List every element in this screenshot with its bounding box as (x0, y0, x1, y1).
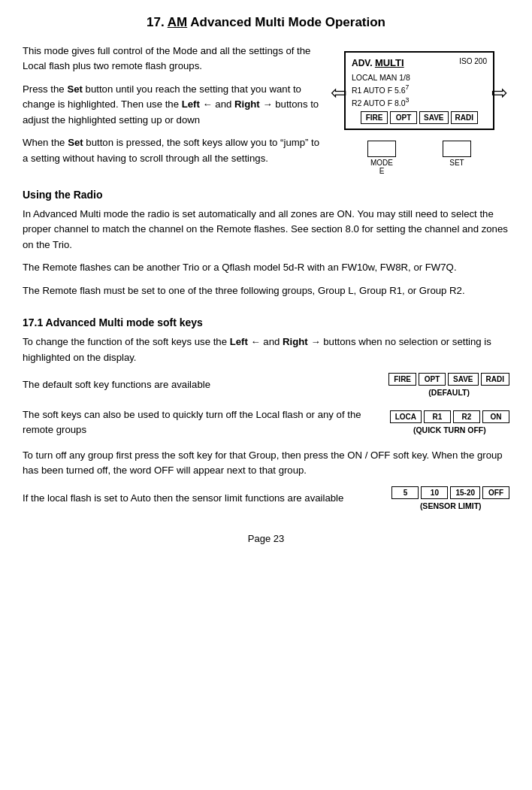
device-bottom-buttons: MODEE SET (344, 141, 494, 175)
radio-p1: In Advanced Multi mode the radio is set … (23, 207, 509, 253)
left-bold-2: Left (230, 336, 248, 347)
quickoff-label: The soft keys can also be used to quickl… (23, 407, 378, 437)
quickoff-widget: LOCA R1 R2 ON (QUICK TURN OFF) (390, 410, 509, 434)
mode-btn-label: MODEE (370, 159, 393, 175)
default-fire-btn[interactable]: FIRE (388, 373, 416, 386)
sensor-label: If the local flash is set to Auto then t… (23, 491, 379, 506)
quickoff-caption: (QUICK TURN OFF) (413, 425, 486, 434)
sensor-5-btn[interactable]: 5 (391, 486, 419, 499)
set-bold-1: Set (67, 83, 83, 95)
radio-body: In Advanced Multi mode the radio is set … (23, 207, 509, 298)
quickoff-on-btn[interactable]: ON (482, 410, 509, 423)
default-widget: FIRE OPT SAVE RADI (DEFAULT) (388, 373, 509, 397)
intro-p3: When the Set button is pressed, the soft… (23, 135, 322, 166)
device-diagram: ⇦ ADV. MULTI ISO 200 LOCAL MAN 1/8 R1 AU… (329, 51, 509, 175)
default-caption: (DEFAULT) (428, 388, 470, 397)
device-softkey-row: FIRE OPT SAVE RADI (352, 111, 487, 124)
sensor-softkey-demo: If the local flash is set to Auto then t… (23, 486, 509, 510)
quickoff-softkey-demo: The soft keys can also be used to quickl… (23, 407, 509, 437)
set-btn-label: SET (449, 159, 464, 167)
default-opt-btn[interactable]: OPT (419, 373, 446, 386)
default-softkey-demo: The default soft key functions are avail… (23, 373, 509, 397)
intro-p2: Press the Set button until you reach the… (23, 82, 322, 128)
radio-title: Using the Radio (23, 189, 509, 201)
default-radi-btn[interactable]: RADI (481, 373, 509, 386)
page-title: 17. AM Advanced Multi Mode Operation (23, 15, 509, 30)
page-footer: Page 23 (23, 533, 509, 544)
right-bold: Right (234, 98, 260, 110)
set-btn[interactable] (443, 141, 471, 157)
intro-p1: This mode gives full control of the Mode… (23, 44, 322, 74)
intro-text: This mode gives full control of the Mode… (23, 44, 322, 175)
set-btn-wrap: SET (443, 141, 471, 175)
turnoff-text: To turn off any group first press the so… (23, 448, 509, 479)
set-bold-2: Set (68, 137, 83, 148)
default-btn-row: FIRE OPT SAVE RADI (388, 373, 509, 386)
radio-p2: The Remote flashes can be another Trio o… (23, 260, 509, 275)
device-radi-btn[interactable]: RADI (451, 111, 478, 124)
sensor-1520-btn[interactable]: 15-20 (450, 486, 480, 499)
softkeys-intro: To change the function of the soft keys … (23, 334, 509, 365)
quickoff-btn-row: LOCA R1 R2 ON (390, 410, 509, 423)
left-bold: Left (182, 98, 200, 110)
mode-btn-wrap: MODEE (367, 141, 396, 175)
quickoff-loca-btn[interactable]: LOCA (390, 410, 422, 423)
radio-p3: The Remote flash must be set to one of t… (23, 283, 509, 298)
sensor-10-btn[interactable]: 10 (421, 486, 448, 499)
sensor-off-btn[interactable]: OFF (482, 486, 509, 499)
mode-btn[interactable] (367, 141, 396, 157)
right-arrow-icon: ⇨ (491, 81, 508, 104)
device-opt-btn[interactable]: OPT (390, 111, 417, 124)
default-save-btn[interactable]: SAVE (448, 373, 479, 386)
quickoff-r2-btn[interactable]: R2 (453, 410, 480, 423)
radio-section: Using the Radio In Advanced Multi mode t… (23, 189, 509, 298)
sensor-widget: 5 10 15-20 OFF (SENSOR LIMIT) (391, 486, 509, 510)
intro-section: This mode gives full control of the Mode… (23, 44, 509, 175)
quickoff-r1-btn[interactable]: R1 (424, 410, 451, 423)
right-bold-2: Right (283, 336, 308, 347)
default-label: The default soft key functions are avail… (23, 377, 376, 392)
device-save-btn[interactable]: SAVE (419, 111, 449, 124)
softkeys-section: 17.1 Advanced Multi mode soft keys To ch… (23, 316, 509, 510)
sensor-caption: (SENSOR LIMIT) (420, 501, 482, 510)
device-box: ADV. MULTI ISO 200 LOCAL MAN 1/8 R1 AUTO… (344, 51, 494, 130)
softkeys-title: 17.1 Advanced Multi mode soft keys (23, 316, 509, 328)
device-fire-btn[interactable]: FIRE (361, 111, 388, 124)
sensor-btn-row: 5 10 15-20 OFF (391, 486, 509, 499)
